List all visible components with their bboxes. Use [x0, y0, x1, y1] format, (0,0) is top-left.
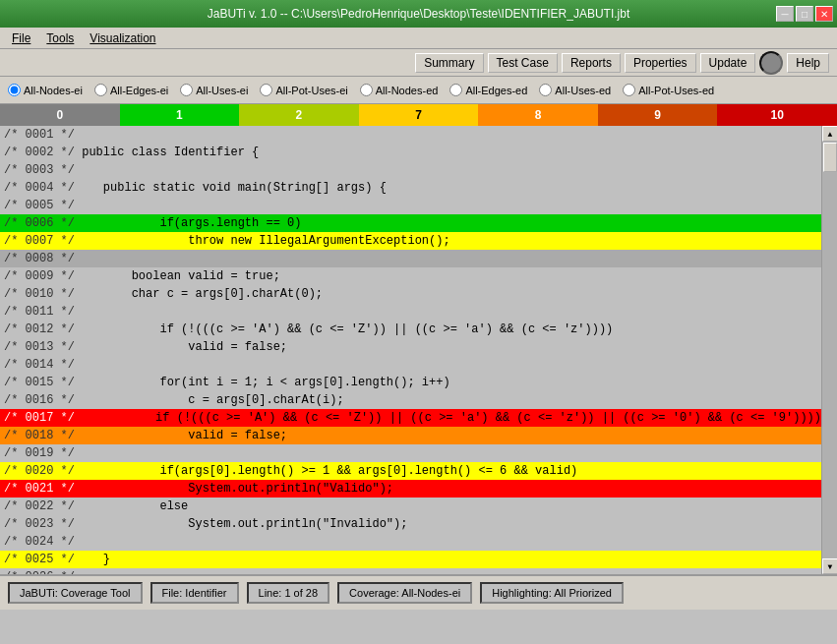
scrollbar[interactable]: ▲ ▼ — [821, 126, 837, 574]
table-row: /* 0024 */ — [0, 533, 821, 551]
scroll-down-arrow[interactable]: ▼ — [822, 558, 837, 574]
scroll-track[interactable] — [822, 142, 837, 558]
table-row: /* 0023 */ System.out.println("Invalido"… — [0, 515, 821, 533]
line-number: /* 0025 */ — [0, 553, 75, 566]
color-segment-9: 9 — [598, 104, 718, 126]
line-code: for(int i = 1; i < args[0].length(); i++… — [75, 376, 821, 389]
update-button[interactable]: Update — [700, 53, 756, 73]
help-button[interactable]: Help — [787, 53, 829, 73]
line-number: /* 0016 */ — [0, 393, 75, 407]
status-line: Line: 1 of 28 — [247, 582, 330, 604]
table-row: /* 0004 */ public static void main(Strin… — [0, 179, 821, 197]
option-all-pot-uses-ed[interactable]: All-Pot-Uses-ed — [623, 84, 714, 96]
code-scroll[interactable]: /* 0001 *//* 0002 */ public class Identi… — [0, 126, 821, 574]
table-row: /* 0021 */ System.out.println("Valido"); — [0, 480, 821, 498]
line-number: /* 0015 */ — [0, 376, 75, 389]
minimize-button[interactable]: ─ — [776, 6, 794, 22]
table-row: /* 0007 */ throw new IllegalArgumentExce… — [0, 232, 821, 250]
table-row: /* 0003 */ — [0, 161, 821, 179]
scroll-thumb[interactable] — [823, 143, 837, 172]
table-row: /* 0017 */ if (!(((c >= 'A') && (c <= 'Z… — [0, 409, 821, 427]
line-code: System.out.println("Valido"); — [75, 482, 821, 496]
table-row: /* 0005 */ — [0, 197, 821, 214]
summary-button[interactable]: Summary — [415, 53, 483, 73]
line-number: /* 0002 */ — [0, 146, 75, 159]
table-row: /* 0022 */ else — [0, 498, 821, 515]
line-number: /* 0020 */ — [0, 464, 75, 478]
title-bar: JaBUTi v. 1.0 -- C:\Users\PedroHenrique\… — [0, 0, 837, 28]
menu-bar: File Tools Visualization — [0, 28, 837, 49]
line-code: throw new IllegalArgumentException(); — [75, 234, 821, 248]
line-number: /* 0017 */ — [0, 411, 71, 425]
line-number: /* 0019 */ — [0, 446, 75, 460]
table-row: /* 0020 */ if(args[0].length() >= 1 && a… — [0, 462, 821, 480]
option-all-uses-ei[interactable]: All-Uses-ei — [180, 84, 248, 96]
option-all-pot-uses-ei[interactable]: All-Pot-Uses-ei — [260, 84, 347, 96]
line-code: public static void main(String[] args) { — [75, 181, 821, 195]
line-code: valid = false; — [75, 429, 821, 442]
line-code: char c = args[0].charAt(0); — [75, 287, 821, 301]
color-segment-1: 1 — [120, 104, 240, 126]
option-all-edges-ei[interactable]: All-Edges-ei — [94, 84, 168, 96]
coverage-options: All-Nodes-ei All-Edges-ei All-Uses-ei Al… — [0, 77, 837, 104]
line-number: /* 0024 */ — [0, 535, 75, 549]
table-row: /* 0026 */ — [0, 568, 821, 574]
code-area: /* 0001 *//* 0002 */ public class Identi… — [0, 126, 837, 574]
status-file: File: Identifier — [150, 582, 239, 604]
line-number: /* 0003 */ — [0, 163, 75, 177]
line-number: /* 0008 */ — [0, 252, 75, 265]
line-number: /* 0009 */ — [0, 269, 75, 283]
maximize-button[interactable]: □ — [796, 6, 813, 22]
line-number: /* 0007 */ — [0, 234, 75, 248]
line-code: if (!(((c >= 'A') && (c <= 'Z')) || ((c … — [71, 411, 821, 425]
option-all-nodes-ed[interactable]: All-Nodes-ed — [360, 84, 439, 96]
status-bar: JaBUTi: Coverage Tool File: Identifier L… — [0, 574, 837, 610]
line-number: /* 0022 */ — [0, 499, 75, 513]
test-case-button[interactable]: Test Case — [488, 53, 558, 73]
line-number: /* 0023 */ — [0, 517, 75, 531]
line-number: /* 0013 */ — [0, 340, 75, 354]
color-segment-2: 2 — [239, 104, 359, 126]
code-content: /* 0001 *//* 0002 */ public class Identi… — [0, 126, 821, 574]
option-all-nodes-ei[interactable]: All-Nodes-ei — [8, 84, 83, 96]
line-code: boolean valid = true; — [75, 269, 821, 283]
status-highlighting: Highlighting: All Priorized — [480, 582, 624, 604]
menu-tools[interactable]: Tools — [38, 29, 82, 47]
color-segment-0: 0 — [0, 104, 120, 126]
line-number: /* 0018 */ — [0, 429, 75, 442]
option-all-edges-ed[interactable]: All-Edges-ed — [449, 84, 527, 96]
line-number: /* 0021 */ — [0, 482, 75, 496]
table-row: /* 0012 */ if (!(((c >= 'A') && (c <= 'Z… — [0, 321, 821, 338]
scroll-up-arrow[interactable]: ▲ — [822, 126, 837, 142]
line-number: /* 0011 */ — [0, 305, 75, 319]
reports-button[interactable]: Reports — [562, 53, 621, 73]
line-number: /* 0014 */ — [0, 358, 75, 372]
menu-file[interactable]: File — [4, 29, 38, 47]
line-code: c = args[0].charAt(i); — [75, 393, 821, 407]
option-all-uses-ed[interactable]: All-Uses-ed — [539, 84, 611, 96]
app-title: JaBUTi v. 1.0 -- C:\Users\PedroHenrique\… — [208, 7, 629, 21]
toolbar: Summary Test Case Reports Properties Upd… — [0, 49, 837, 77]
table-row: /* 0002 */ public class Identifier { — [0, 144, 821, 161]
status-tool: JaBUTi: Coverage Tool — [8, 582, 143, 604]
table-row: /* 0010 */ char c = args[0].charAt(0); — [0, 285, 821, 303]
line-code: public class Identifier { — [75, 146, 821, 159]
line-number: /* 0012 */ — [0, 322, 75, 336]
line-code: if (!(((c >= 'A') && (c <= 'Z')) || ((c … — [75, 322, 821, 336]
table-row: /* 0001 */ — [0, 126, 821, 144]
table-row: /* 0009 */ boolean valid = true; — [0, 267, 821, 285]
line-code: } — [75, 553, 821, 566]
line-code: valid = false; — [75, 340, 821, 354]
table-row: /* 0019 */ — [0, 444, 821, 462]
table-row: /* 0013 */ valid = false; — [0, 338, 821, 356]
line-number: /* 0001 */ — [0, 128, 75, 142]
line-number: /* 0006 */ — [0, 216, 75, 230]
color-bar: 0 1 2 7 8 9 10 — [0, 104, 837, 126]
line-code: else — [75, 499, 821, 513]
menu-visualization[interactable]: Visualization — [82, 29, 163, 47]
line-code: if(args[0].length() >= 1 && args[0].leng… — [75, 464, 821, 478]
properties-button[interactable]: Properties — [625, 53, 696, 73]
close-button[interactable]: ✕ — [815, 6, 833, 22]
toolbar-circle — [759, 51, 783, 75]
line-number: /* 0010 */ — [0, 287, 75, 301]
